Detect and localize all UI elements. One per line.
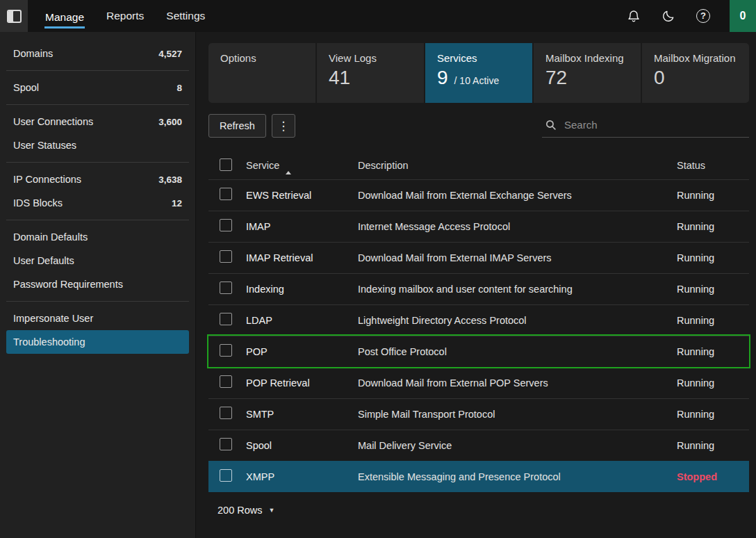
sidebar-item-user-connections[interactable]: User Connections3,600 [6, 110, 189, 133]
sidebar-item-label: User Connections [13, 116, 93, 127]
tab-label: Services [437, 52, 520, 64]
service-name: Spool [246, 440, 358, 451]
more-actions-button[interactable]: ⋮ [272, 114, 295, 138]
service-status: Running [677, 346, 749, 357]
service-status: Running [677, 284, 749, 295]
sidebar-item-troubleshooting[interactable]: Troubleshooting [6, 330, 189, 354]
table-row-spool[interactable]: SpoolMail Delivery ServiceRunning [208, 430, 749, 461]
select-all-checkbox[interactable] [220, 158, 232, 171]
row-checkbox[interactable] [220, 438, 232, 450]
help-question-glyph: ? [696, 9, 710, 23]
nav-item-settings[interactable]: Settings [165, 8, 206, 24]
row-checkbox[interactable] [220, 469, 232, 482]
service-name: POP [246, 346, 358, 357]
table-row-xmpp[interactable]: XMPPExtensible Messaging and Presence Pr… [208, 461, 749, 492]
notifications-bell-icon[interactable] [625, 8, 642, 24]
sidebar-item-domain-defaults[interactable]: Domain Defaults [6, 225, 189, 249]
search-input[interactable] [564, 119, 748, 131]
column-header-service[interactable]: Service [246, 160, 358, 171]
column-header-description[interactable]: Description [358, 160, 677, 171]
search-box[interactable] [542, 116, 749, 138]
nav-item-manage[interactable]: Manage [44, 9, 85, 28]
sidebar-item-label: Password Requirements [13, 279, 123, 290]
sidebar-item-label: User Statuses [13, 140, 76, 151]
tab-options[interactable]: Options [208, 43, 315, 103]
sidebar-item-ip-connections[interactable]: IP Connections3,638 [6, 168, 189, 191]
sidebar-divider [6, 220, 189, 220]
tab-view-logs[interactable]: View Logs41 [317, 43, 424, 103]
table-row-indexing[interactable]: IndexingIndexing mailbox and user conten… [208, 273, 749, 304]
sidebar-item-spool[interactable]: Spool8 [6, 76, 189, 99]
service-status: Running [677, 315, 749, 326]
dark-mode-moon-icon[interactable] [660, 8, 677, 24]
rows-per-page-dropdown[interactable]: 200 Rows ▼ [217, 505, 274, 516]
sidebar-item-label: Domain Defaults [13, 231, 88, 243]
row-checkbox-cell [208, 438, 246, 453]
table-row-pop[interactable]: POPPost Office ProtocolRunning [208, 336, 749, 367]
tab-label: Mailbox Migration [654, 52, 737, 64]
sidebar-item-user-statuses[interactable]: User Statuses [6, 133, 189, 157]
sidebar-item-domains[interactable]: Domains4,527 [6, 42, 189, 65]
service-status: Running [677, 190, 749, 201]
sidebar-item-count: 3,600 [158, 117, 182, 127]
column-header-status[interactable]: Status [677, 160, 749, 171]
service-description: Indexing mailbox and user content for se… [358, 284, 677, 295]
row-checkbox[interactable] [220, 282, 232, 294]
tab-services[interactable]: Services9/ 10 Active [425, 43, 532, 103]
nav-item-reports[interactable]: Reports [106, 8, 145, 24]
help-icon[interactable]: ? [695, 8, 712, 24]
service-description: Lightweight Directory Access Protocol [358, 315, 677, 326]
service-name: IMAP Retrieval [246, 252, 358, 263]
row-checkbox[interactable] [220, 407, 232, 419]
row-checkbox[interactable] [220, 375, 232, 388]
sidebar-item-count: 4,527 [158, 49, 182, 59]
row-checkbox[interactable] [220, 344, 232, 357]
sidebar-item-count: 3,638 [158, 174, 182, 185]
tab-label: Mailbox Indexing [545, 52, 629, 64]
sidebar-item-count: 8 [176, 83, 182, 93]
service-description: Download Mail from External IMAP Servers [358, 252, 677, 263]
sidebar-item-user-defaults[interactable]: User Defaults [6, 249, 189, 272]
content-area: OptionsView Logs41Services9/ 10 ActiveMa… [196, 32, 756, 538]
toolbar: Refresh ⋮ [208, 114, 749, 138]
row-checkbox[interactable] [220, 188, 232, 200]
table-row-pop-retrieval[interactable]: POP RetrievalDownload Mail from External… [208, 367, 749, 398]
tab-value-row: 9/ 10 Active [437, 67, 520, 89]
service-description: Internet Message Access Protocol [358, 221, 677, 232]
topbar: ManageReportsSettings ? 0 [0, 0, 756, 32]
sidebar-divider [6, 162, 189, 163]
service-name: IMAP [246, 221, 358, 232]
refresh-button[interactable]: Refresh [208, 114, 266, 138]
sidebar-toggle-button[interactable] [0, 0, 28, 32]
kebab-menu-icon: ⋮ [277, 120, 289, 133]
service-name: XMPP [246, 471, 358, 482]
row-checkbox[interactable] [220, 219, 232, 231]
table-row-ews-retrieval[interactable]: EWS RetrievalDownload Mail from External… [208, 179, 749, 211]
row-checkbox[interactable] [220, 250, 232, 263]
tab-mailbox-indexing[interactable]: Mailbox Indexing72 [534, 43, 641, 103]
service-description: Mail Delivery Service [358, 440, 677, 451]
tab-count: 72 [545, 67, 567, 89]
table-row-ldap[interactable]: LDAPLightweight Directory Access Protoco… [208, 304, 749, 336]
service-status: Running [677, 440, 749, 451]
service-description: Extensible Messaging and Presence Protoc… [358, 471, 677, 482]
service-name: SMTP [246, 409, 358, 420]
sidebar-item-label: User Defaults [13, 255, 74, 266]
topbar-actions: ? 0 [625, 0, 756, 32]
tab-mailbox-migration[interactable]: Mailbox Migration0 [642, 43, 749, 103]
tab-label: View Logs [329, 52, 412, 64]
row-checkbox[interactable] [220, 313, 232, 325]
sidebar-item-impersonate-user[interactable]: Impersonate User [6, 307, 189, 330]
table-row-smtp[interactable]: SMTPSimple Mail Transport ProtocolRunnin… [208, 398, 749, 430]
notification-count-badge[interactable]: 0 [730, 0, 756, 32]
tab-bar: OptionsView Logs41Services9/ 10 ActiveMa… [208, 43, 749, 103]
sort-ascending-icon [286, 160, 291, 171]
sidebar-item-count: 12 [172, 198, 182, 209]
row-checkbox-cell [208, 188, 246, 203]
column-header-label: Service [246, 160, 279, 171]
service-status: Running [677, 377, 749, 389]
table-row-imap[interactable]: IMAPInternet Message Access ProtocolRunn… [208, 211, 749, 242]
sidebar-item-ids-blocks[interactable]: IDS Blocks12 [6, 191, 189, 215]
table-row-imap-retrieval[interactable]: IMAP RetrievalDownload Mail from Externa… [208, 242, 749, 273]
sidebar-item-password-requirements[interactable]: Password Requirements [6, 272, 189, 296]
